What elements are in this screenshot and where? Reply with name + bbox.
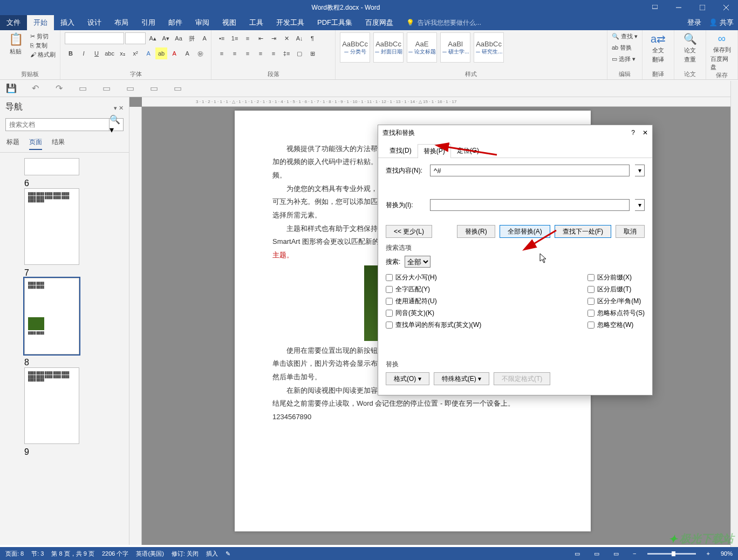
status-lang[interactable]: 英语(美国) bbox=[136, 550, 163, 558]
font-color-icon[interactable]: A bbox=[168, 47, 180, 59]
align-right-icon[interactable]: ≡ bbox=[242, 47, 254, 59]
grow-font-icon[interactable]: A▴ bbox=[147, 32, 159, 44]
option-checkbox[interactable]: 同音(英文)(K) bbox=[386, 309, 481, 318]
paste-button[interactable]: 📋 粘贴 bbox=[4, 32, 27, 56]
italic-icon[interactable]: I bbox=[78, 47, 90, 59]
select-button[interactable]: ▭ 选择 ▾ bbox=[612, 55, 636, 63]
qat-icon-2[interactable]: ▭ bbox=[100, 83, 112, 94]
style-item[interactable]: AaBl⸺ 硕士学... bbox=[440, 32, 470, 63]
option-checkbox[interactable]: 查找单词的所有形式(英文)(W) bbox=[386, 320, 481, 330]
asian-layout-icon[interactable]: ✕ bbox=[281, 32, 292, 44]
zoom-in-icon[interactable]: + bbox=[703, 550, 713, 557]
zoom-slider[interactable] bbox=[647, 553, 696, 555]
tab-pdf[interactable]: PDF工具集 bbox=[311, 15, 359, 30]
nav-tab-pages[interactable]: 页面 bbox=[29, 138, 42, 150]
find-dropdown-icon[interactable]: ▾ bbox=[635, 165, 645, 176]
shading-icon[interactable]: ▢ bbox=[293, 47, 305, 59]
border-icon[interactable]: A bbox=[199, 32, 210, 44]
font-family-combo[interactable] bbox=[65, 32, 124, 44]
nav-search[interactable]: 🔍▾ bbox=[5, 118, 124, 131]
page-thumbnail[interactable]: ████ ████ ████ ████ ████ ████ ████ ████ … bbox=[24, 188, 79, 265]
view-read-icon[interactable]: ▭ bbox=[571, 550, 583, 557]
indent-dec-icon[interactable]: ⇤ bbox=[255, 32, 266, 44]
qat-icon-5[interactable]: ▭ bbox=[172, 83, 183, 94]
tab-review[interactable]: 审阅 bbox=[189, 15, 216, 30]
tab-view[interactable]: 视图 bbox=[216, 15, 243, 30]
horizontal-ruler[interactable]: 3 · 1 · 2 · 1 · 1 · 1 · △ · 1 · 1 · 1 · … bbox=[142, 97, 730, 107]
style-item[interactable]: AaBbCc⸺ 分类号 bbox=[340, 32, 370, 63]
qat-icon-1[interactable]: ▭ bbox=[77, 83, 88, 94]
subscript-icon[interactable]: x₂ bbox=[117, 47, 128, 59]
share-button[interactable]: 👤 共享 bbox=[709, 18, 734, 28]
borders-icon[interactable]: ⊞ bbox=[306, 47, 318, 59]
tell-me[interactable]: 💡告诉我您想要做什么... bbox=[400, 15, 481, 30]
page-thumbnail[interactable] bbox=[24, 158, 79, 175]
style-item[interactable]: AaBbCc⸺ 研究生... bbox=[474, 32, 504, 63]
nav-close-icon[interactable]: ✕ bbox=[119, 105, 124, 111]
translate-button[interactable]: a⇄全文翻译 bbox=[647, 32, 669, 64]
status-words[interactable]: 2206 个字 bbox=[102, 550, 129, 558]
status-page-of[interactable]: 第 8 页，共 9 页 bbox=[51, 550, 94, 558]
find-next-button[interactable]: 查找下一处(F) bbox=[555, 225, 611, 238]
superscript-icon[interactable]: x² bbox=[129, 47, 141, 59]
ribbon-options-icon[interactable] bbox=[643, 0, 667, 15]
format-button[interactable]: 格式(O) ▾ bbox=[386, 372, 429, 385]
enclose-icon[interactable]: ㊙ bbox=[194, 47, 206, 59]
nav-tab-headings[interactable]: 标题 bbox=[6, 138, 19, 150]
align-left-icon[interactable]: ≡ bbox=[216, 47, 228, 59]
bullets-icon[interactable]: •≡ bbox=[216, 32, 228, 44]
tab-home[interactable]: 开始 bbox=[27, 15, 54, 30]
baidu-save-button[interactable]: ∞保存到百度网盘 bbox=[710, 32, 733, 71]
find-button[interactable]: 🔍 查找 ▾ bbox=[612, 32, 638, 40]
vertical-scrollbar[interactable] bbox=[730, 81, 738, 547]
sort-icon[interactable]: A↓ bbox=[293, 32, 305, 44]
status-track[interactable]: 修订: 关闭 bbox=[172, 550, 199, 558]
multilevel-icon[interactable]: ≡ bbox=[242, 32, 254, 44]
option-checkbox[interactable]: 区分后缀(T) bbox=[587, 285, 645, 294]
tab-baidu[interactable]: 百度网盘 bbox=[359, 15, 400, 30]
option-checkbox[interactable]: 区分大小写(H) bbox=[386, 273, 481, 282]
option-checkbox[interactable]: 区分全/半角(M) bbox=[587, 297, 645, 306]
option-checkbox[interactable]: 使用通配符(U) bbox=[386, 297, 481, 306]
tab-file[interactable]: 文件 bbox=[0, 15, 27, 30]
minimize-icon[interactable] bbox=[667, 0, 691, 15]
less-button[interactable]: << 更少(L) bbox=[386, 225, 432, 238]
tab-mail[interactable]: 邮件 bbox=[162, 15, 189, 30]
dlg-tab-replace[interactable]: 替换(P) bbox=[418, 144, 451, 158]
dupcheck-button[interactable]: 🔍论文查重 bbox=[679, 32, 701, 64]
font-size-combo[interactable] bbox=[125, 32, 146, 44]
dialog-help-icon[interactable]: ? bbox=[631, 129, 635, 136]
qat-icon-3[interactable]: ▭ bbox=[124, 83, 136, 94]
dlg-tab-find[interactable]: 查找(D) bbox=[384, 144, 418, 158]
tab-developer[interactable]: 开发工具 bbox=[270, 15, 311, 30]
bold-icon[interactable]: B bbox=[65, 47, 77, 59]
distribute-icon[interactable]: ≡ bbox=[268, 47, 279, 59]
status-section[interactable]: 节: 3 bbox=[31, 550, 44, 558]
search-input[interactable] bbox=[6, 119, 109, 131]
close-icon[interactable] bbox=[714, 0, 738, 15]
replace-input[interactable] bbox=[430, 199, 630, 211]
cancel-button[interactable]: 取消 bbox=[616, 225, 645, 238]
align-center-icon[interactable]: ≡ bbox=[229, 47, 241, 59]
replace-all-button[interactable]: 全部替换(A) bbox=[500, 225, 550, 238]
phonetic-icon[interactable]: 拼 bbox=[186, 32, 197, 44]
tab-references[interactable]: 引用 bbox=[135, 15, 162, 30]
option-checkbox[interactable]: 全字匹配(Y) bbox=[386, 285, 481, 294]
login-link[interactable]: 登录 bbox=[687, 18, 701, 28]
style-item[interactable]: AaE⸺ 论文标题 bbox=[407, 32, 437, 63]
format-painter-button[interactable]: 🖌 格式刷 bbox=[30, 51, 56, 59]
dialog-close-icon[interactable]: ✕ bbox=[643, 129, 648, 136]
replace-one-button[interactable]: 替换(R) bbox=[457, 225, 495, 238]
tab-design[interactable]: 设计 bbox=[81, 15, 108, 30]
undo-icon[interactable]: ↶ bbox=[29, 83, 41, 94]
dlg-tab-goto[interactable]: 定位(G) bbox=[451, 144, 485, 158]
search-scope-select[interactable]: 全部 bbox=[405, 256, 430, 268]
line-spacing-icon[interactable]: ‡≡ bbox=[281, 47, 292, 59]
page-thumbnail[interactable]: ████ ████ ████ ████ ████ ████ ████ ████ … bbox=[24, 367, 79, 444]
status-insert[interactable]: 插入 bbox=[206, 550, 218, 558]
page-thumbnail[interactable]: ████ ████████ ████████ ████ bbox=[24, 278, 79, 354]
cut-button[interactable]: ✂ 剪切 bbox=[30, 32, 56, 40]
zoom-value[interactable]: 90% bbox=[721, 550, 733, 557]
numbering-icon[interactable]: 1≡ bbox=[229, 32, 241, 44]
status-extra-icon[interactable]: ✎ bbox=[226, 550, 230, 557]
